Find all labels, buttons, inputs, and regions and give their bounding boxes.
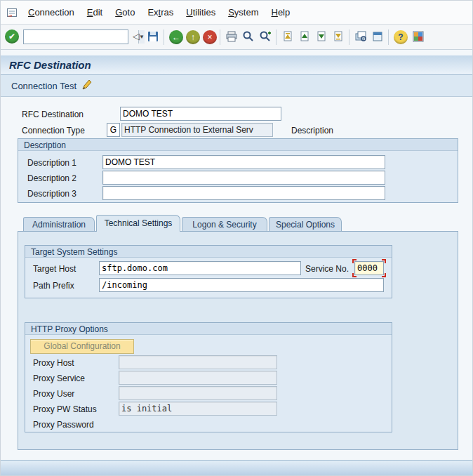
toolbar-separator — [276, 29, 277, 45]
connection-type-description-field — [121, 123, 273, 137]
rfc-destination-field[interactable] — [120, 107, 281, 121]
target-host-field[interactable] — [99, 261, 301, 275]
control-menu-icon[interactable] — [6, 7, 18, 18]
proxy-service-label: Proxy Service — [33, 373, 85, 383]
find-icon[interactable] — [242, 30, 255, 43]
status-bar — [1, 460, 472, 475]
create-shortcut-icon[interactable] — [371, 30, 384, 43]
toolbar-separator — [388, 29, 389, 45]
new-session-icon[interactable] — [354, 30, 367, 43]
target-host-label: Target Host — [33, 264, 76, 274]
proxy-pw-status-label: Proxy PW Status — [33, 404, 97, 414]
save-icon[interactable] — [147, 30, 159, 43]
menu-bar: Connection Edit Goto Extras Utilities Sy… — [1, 1, 472, 25]
target-system-settings-title: Target System Settings — [25, 246, 392, 258]
path-prefix-label: Path Prefix — [33, 281, 74, 291]
description-groupbox-title: Description — [18, 139, 458, 151]
proxy-service-field[interactable] — [119, 371, 277, 385]
http-proxy-options-title: HTTP Proxy Options — [25, 323, 392, 335]
menu-edit[interactable]: Edit — [81, 4, 109, 20]
description-1-label: Description 1 — [27, 158, 76, 168]
menu-goto[interactable]: Goto — [109, 4, 141, 20]
menu-help[interactable]: Help — [265, 4, 297, 20]
description-header-label: Description — [291, 126, 333, 135]
back-icon[interactable]: ← — [169, 30, 183, 44]
help-icon[interactable]: ? — [394, 30, 408, 44]
rfc-destination-label: RFC Destination — [22, 110, 84, 119]
description-2-field[interactable] — [102, 171, 385, 185]
toolbar-separator — [164, 29, 164, 45]
next-page-icon[interactable] — [315, 30, 328, 43]
menu-system[interactable]: System — [222, 4, 265, 20]
menu-utilities[interactable]: Utilities — [180, 4, 222, 20]
proxy-host-field[interactable] — [119, 355, 277, 369]
tab-technical-settings[interactable]: Technical Settings — [96, 215, 180, 232]
exit-icon[interactable]: ↑ — [186, 30, 200, 44]
focus-corner — [382, 273, 386, 277]
cancel-icon[interactable]: × — [203, 30, 217, 44]
focus-corner — [352, 259, 357, 263]
path-prefix-field[interactable] — [99, 278, 384, 292]
collapse-command-field-icon[interactable]: ◁ — [133, 31, 140, 41]
test-icon — [81, 79, 93, 93]
standard-toolbar: ✔ ▼ ◁ ← ↑ × — [1, 25, 472, 50]
last-page-icon[interactable] — [332, 30, 345, 43]
print-icon[interactable] — [225, 30, 238, 43]
proxy-user-field[interactable] — [119, 386, 277, 400]
description-3-label: Description 3 — [27, 189, 76, 199]
command-field: ▼ — [23, 29, 128, 44]
application-toolbar: Connection Test — [1, 75, 472, 97]
tab-administration[interactable]: Administration — [23, 217, 95, 231]
customize-layout-icon[interactable] — [412, 30, 425, 43]
proxy-host-label: Proxy Host — [33, 358, 74, 368]
tab-special-options[interactable]: Special Options — [269, 217, 342, 231]
page-title: RFC Destination — [1, 59, 91, 71]
proxy-password-label: Proxy Password — [33, 420, 94, 430]
title-bar: RFC Destination — [1, 55, 472, 75]
tab-logon-security[interactable]: Logon & Security — [182, 217, 267, 231]
description-1-field[interactable] — [102, 155, 385, 169]
connection-type-field[interactable] — [107, 123, 120, 137]
connection-type-label: Connection Type — [22, 126, 85, 135]
menu-connection[interactable]: Connection — [22, 4, 81, 20]
menu-extras[interactable]: Extras — [141, 4, 180, 20]
focus-corner — [352, 273, 357, 277]
sap-gui-window: Connection Edit Goto Extras Utilities Sy… — [0, 0, 473, 476]
service-no-label: Service No. — [305, 264, 349, 274]
proxy-pw-status-field — [119, 402, 277, 416]
proxy-user-label: Proxy User — [33, 389, 74, 399]
service-no-field[interactable] — [354, 261, 384, 275]
service-no-focus-frame — [354, 261, 384, 275]
description-3-field[interactable] — [102, 186, 385, 200]
previous-page-icon[interactable] — [298, 30, 311, 43]
first-page-icon[interactable] — [281, 30, 294, 43]
connection-test-button[interactable]: Connection Test — [5, 76, 99, 95]
find-next-icon[interactable] — [259, 30, 272, 43]
enter-icon[interactable]: ✔ — [5, 29, 19, 44]
global-configuration-button[interactable]: Global Configuration — [30, 339, 134, 354]
focus-corner — [382, 259, 386, 263]
command-input[interactable] — [24, 30, 138, 44]
toolbar-separator — [220, 29, 220, 45]
toolbar-separator — [349, 29, 349, 45]
description-2-label: Description 2 — [27, 173, 76, 183]
